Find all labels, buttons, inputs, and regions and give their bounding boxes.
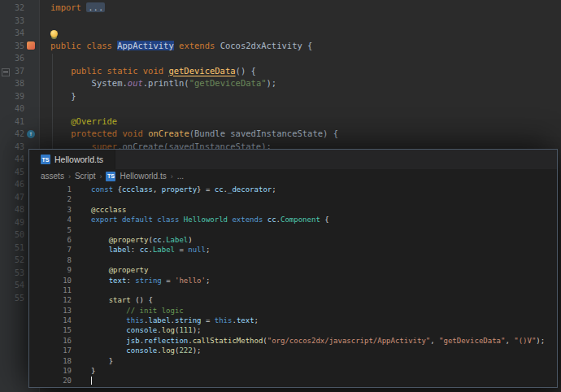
code-line[interactable]: 4export default class Helloworld extends…	[29, 215, 557, 224]
code-text: jsb.reflection.callStaticMethod("org/coc…	[91, 336, 545, 346]
breadcrumb-item-script[interactable]: Script	[75, 172, 96, 181]
line-number: 8	[29, 255, 72, 265]
line-number: 14	[29, 316, 72, 325]
code-text: start () {	[91, 295, 153, 305]
code-text: }	[91, 356, 113, 366]
line-number: 51	[0, 242, 24, 255]
code-line[interactable]: 15 console.log(111);	[29, 325, 557, 335]
code-line[interactable]: 14 this.label.string = this.text;	[29, 316, 557, 325]
code-line[interactable]: 10 text: string = 'hello';	[29, 276, 557, 285]
code-line[interactable]: 11	[29, 285, 557, 295]
breadcrumb: assets › Script › TS Helloworld.ts › ...	[29, 169, 557, 183]
code-line[interactable]: 5	[29, 225, 557, 235]
typescript-file-icon: TS	[106, 172, 115, 181]
editor-tab-bar: TS Helloworld.ts	[29, 150, 557, 169]
line-number: 7	[29, 245, 72, 255]
code-line[interactable]: 3@ccclass	[29, 205, 557, 215]
line-number: 6	[29, 235, 72, 245]
line-number: 32	[0, 2, 24, 15]
code-text: // init logic	[91, 306, 184, 316]
code-text: @Override	[50, 115, 117, 128]
code-line[interactable]: 6 @property(cc.Label)	[29, 235, 557, 245]
code-line[interactable]: 2	[29, 194, 557, 204]
code-line[interactable]: 39 }	[0, 90, 561, 103]
code-line[interactable]: 13 // init logic	[29, 306, 557, 316]
code-line[interactable]: 35public class AppActivity extends Cocos…	[0, 40, 561, 53]
class-icon[interactable]	[27, 41, 35, 50]
line-number: 36	[0, 52, 24, 65]
code-text: console.log(111);	[91, 325, 202, 335]
line-number: 46	[0, 178, 24, 191]
code-text: @ccclass	[91, 205, 126, 215]
line-number: 35	[0, 40, 24, 53]
code-line[interactable]: 19}	[29, 366, 557, 376]
code-line[interactable]: 8	[29, 255, 557, 265]
line-number: 42	[0, 128, 24, 141]
line-number: 12	[29, 295, 72, 305]
code-line[interactable]: 42↑ protected void onCreate(Bundle saved…	[0, 128, 561, 141]
code-text: public class AppActivity extends Cocos2d…	[50, 40, 312, 53]
code-line[interactable]: 7 label: cc.Label = null;	[29, 245, 557, 255]
code-line[interactable]: 12 start () {	[29, 295, 557, 305]
code-text: console.log(222);	[91, 346, 202, 355]
fold-icon[interactable]	[2, 68, 10, 76]
code-text: this.label.string = this.text;	[91, 316, 259, 325]
code-text: }	[91, 366, 95, 376]
line-number: 40	[0, 102, 24, 115]
tab-helloworld-ts[interactable]: TS Helloworld.ts	[29, 150, 115, 169]
line-number: 13	[29, 306, 72, 316]
code-text: text: string = 'hello';	[91, 276, 210, 285]
code-line[interactable]: 20	[29, 376, 557, 385]
breadcrumb-item-file[interactable]: Helloworld.ts	[120, 172, 166, 181]
line-number: 53	[0, 267, 24, 280]
breadcrumb-item-symbol[interactable]: ...	[177, 172, 184, 181]
code-line[interactable]: 17 console.log(222);	[29, 346, 557, 355]
code-text: public static void getDeviceData() {	[50, 65, 256, 78]
code-line[interactable]: 37 public static void getDeviceData() {	[0, 65, 561, 78]
chevron-right-icon: ›	[99, 172, 102, 181]
code-line[interactable]: 16 jsb.reflection.callStaticMethod("org/…	[29, 336, 557, 346]
typescript-code-area[interactable]: 1const {ccclass, property} = cc._decorat…	[29, 185, 557, 386]
code-line[interactable]: 9 @property	[29, 265, 557, 275]
line-number: 47	[0, 191, 24, 204]
code-text: protected void onCreate(Bundle savedInst…	[50, 128, 338, 141]
code-text: }	[50, 90, 76, 103]
code-line[interactable]: 38 System.out.println("getDeviceData");	[0, 77, 561, 90]
vscode-overlay-window: TS Helloworld.ts assets › Script › TS He…	[28, 149, 558, 388]
line-number: 9	[29, 265, 72, 275]
text-cursor	[91, 377, 92, 385]
line-number: 44	[0, 153, 24, 166]
code-text: @property(cc.Label)	[91, 235, 193, 245]
line-number: 15	[29, 325, 72, 335]
line-number: 11	[29, 285, 72, 295]
line-number: 19	[29, 366, 72, 376]
line-number: 45	[0, 166, 24, 179]
code-line[interactable]: 36	[0, 52, 561, 65]
code-line[interactable]: 18 }	[29, 356, 557, 366]
line-number: 33	[0, 15, 24, 28]
breadcrumb-item-assets[interactable]: assets	[41, 172, 64, 181]
typescript-file-icon: TS	[41, 155, 50, 164]
line-number: 41	[0, 115, 24, 128]
line-number: 34	[0, 27, 24, 40]
code-line[interactable]: 32import ...	[0, 2, 561, 15]
code-text	[91, 376, 92, 385]
code-line[interactable]: 33	[0, 15, 561, 28]
line-number: 38	[0, 77, 24, 90]
line-number: 2	[29, 194, 72, 204]
line-number: 3	[29, 205, 72, 215]
line-number: 5	[29, 225, 72, 235]
code-line[interactable]: 1const {ccclass, property} = cc._decorat…	[29, 185, 557, 194]
code-text: import ...	[50, 2, 105, 15]
lightbulb-icon[interactable]	[50, 30, 58, 37]
line-number: 16	[29, 336, 72, 346]
override-icon[interactable]: ↑	[27, 130, 35, 138]
code-line[interactable]: 40	[0, 102, 561, 115]
code-line[interactable]: 34	[0, 27, 561, 40]
line-number: 1	[29, 185, 72, 194]
line-number: 54	[0, 279, 24, 292]
chevron-right-icon: ›	[171, 172, 173, 181]
code-line[interactable]: 41 @Override	[0, 115, 561, 128]
line-number: 55	[0, 292, 24, 305]
line-number: 48	[0, 203, 24, 216]
